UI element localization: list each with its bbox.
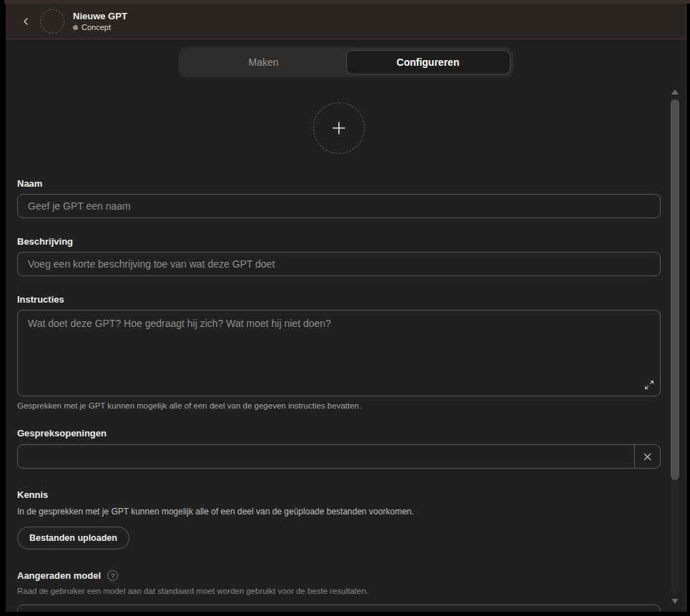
tab-configureren[interactable]: Configureren	[346, 50, 511, 74]
gpt-editor-panel: Nieuwe GPT Concept Maken Configureren	[6, 4, 686, 612]
instructies-label: Instructies	[17, 294, 661, 305]
avatar-upload-button[interactable]	[313, 102, 365, 154]
naam-input[interactable]	[17, 194, 661, 218]
triangle-up-icon	[671, 89, 679, 94]
gpt-avatar-placeholder[interactable]	[40, 9, 64, 34]
scroll-up-button[interactable]	[670, 87, 680, 97]
scroll-down-button[interactable]	[670, 596, 680, 606]
model-select[interactable]: Geen aangeraden model. Gebruikers gebrui…	[17, 605, 661, 612]
editor-header: Nieuwe GPT Concept	[6, 4, 686, 39]
instructies-textarea[interactable]	[17, 310, 661, 396]
expand-textarea-button[interactable]	[643, 378, 656, 391]
conversation-starter-input[interactable]	[18, 445, 634, 468]
plus-icon	[330, 119, 348, 137]
close-icon	[644, 453, 651, 461]
kennis-label: Kennis	[17, 489, 661, 500]
conversation-starter-row	[17, 444, 661, 469]
model-helper: Raad de gebruiker een model aan dat stan…	[17, 587, 661, 595]
gespreksopeningen-label: Gespreksopeningen	[17, 428, 661, 439]
naam-label: Naam	[17, 178, 661, 189]
configure-form: Naam Beschrijving Instructies Gesprekken…	[17, 78, 661, 612]
tab-maken[interactable]: Maken	[182, 50, 346, 74]
aangeraden-model-row: Aangeraden model ?	[17, 570, 661, 581]
expand-diagonal-icon	[644, 380, 654, 390]
title-block: Nieuwe GPT Concept	[73, 11, 127, 31]
remove-starter-button[interactable]	[634, 445, 660, 468]
scrollbar-track[interactable]	[671, 98, 679, 595]
scrollbar-thumb[interactable]	[671, 99, 679, 480]
instructies-helper: Gesprekken met je GPT kunnen mogelijk al…	[17, 401, 661, 410]
status-badge: Concept	[82, 23, 111, 31]
mode-tabbar: Maken Configureren	[179, 47, 513, 77]
page-title: Nieuwe GPT	[73, 11, 127, 21]
aangeraden-model-label: Aangeraden model	[17, 570, 101, 581]
back-button[interactable]	[16, 11, 36, 31]
beschrijving-input[interactable]	[17, 252, 661, 276]
kennis-helper: In de gesprekken met je GPT kunnen mogel…	[17, 507, 661, 517]
help-icon[interactable]: ?	[107, 570, 118, 581]
window-frame: Nieuwe GPT Concept Maken Configureren	[0, 0, 690, 616]
vertical-scrollbar	[670, 84, 680, 607]
instructies-wrap	[17, 310, 661, 396]
status-dot-icon	[73, 25, 78, 30]
status-row: Concept	[73, 23, 127, 31]
chevron-left-icon	[20, 16, 31, 27]
triangle-down-icon	[671, 599, 679, 604]
beschrijving-label: Beschrijving	[17, 236, 661, 247]
avatar-upload-row	[17, 102, 661, 154]
upload-files-button[interactable]: Bestanden uploaden	[17, 527, 129, 549]
